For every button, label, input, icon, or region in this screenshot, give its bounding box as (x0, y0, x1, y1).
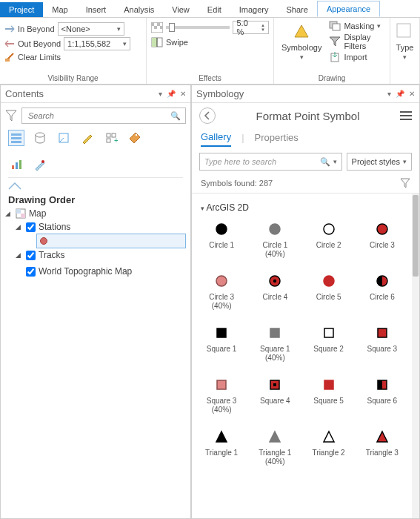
clear-limits-button[interactable]: Clear Limits (18, 53, 61, 62)
symbol-circle-1[interactable]: Circle 1 (196, 216, 247, 263)
symbol-triangle-3[interactable]: Triangle 3 (357, 423, 407, 471)
list-by-chart-icon[interactable] (8, 156, 24, 173)
drawing-group: Drawing (279, 73, 385, 84)
symbol-circle-5[interactable]: Circle 5 (304, 268, 354, 315)
collapse-icon[interactable]: ◢ (5, 210, 13, 217)
subtab-gallery[interactable]: Gallery (201, 128, 231, 147)
project-styles-dropdown[interactable]: Project styles▾ (347, 153, 412, 171)
tree-basemap-label[interactable]: World Topographic Map (39, 266, 132, 277)
symbol-gallery: ArcGIS 2D Circle 1Circle 1(40%)Circle 2C… (192, 194, 412, 518)
display-filters-button[interactable]: Display Filters (329, 33, 385, 50)
svg-point-32 (216, 224, 227, 234)
svg-rect-4 (151, 22, 154, 26)
chevron-down-icon[interactable]: ▾ (333, 158, 337, 165)
symbol-circle-3[interactable]: Circle 3 (357, 216, 407, 263)
list-by-editing-icon[interactable] (79, 130, 96, 146)
list-by-drawing-order-icon[interactable] (8, 130, 24, 146)
gallery-group-heading[interactable]: ArcGIS 2D (196, 199, 407, 216)
pin-icon[interactable]: 📌 (167, 90, 176, 98)
svg-rect-15 (11, 133, 21, 136)
close-icon[interactable]: ✕ (409, 90, 415, 98)
list-by-source-icon[interactable] (32, 130, 48, 146)
svg-rect-14 (397, 24, 410, 37)
contents-pane: Contents ▾ 📌 ✕ 🔍 + (0, 85, 191, 519)
pin-icon[interactable]: 📌 (396, 90, 404, 98)
tab-map[interactable]: Map (43, 2, 76, 17)
filter-icon[interactable] (5, 110, 17, 122)
ribbon-tabs: Project Map Insert Analysis View Edit Im… (0, 0, 420, 18)
svg-rect-30 (16, 209, 21, 214)
close-icon[interactable]: ✕ (180, 90, 186, 98)
type-button[interactable]: Type ▾ (395, 21, 415, 62)
import-button[interactable]: Import (329, 52, 385, 62)
point-symbol-icon (40, 237, 47, 245)
stations-symbol-selected[interactable] (36, 234, 186, 248)
list-by-labeling-icon[interactable] (127, 130, 143, 146)
format-point-symbol-heading: Format Point Symbol (221, 110, 394, 122)
dropdown-icon[interactable]: ▾ (159, 90, 162, 98)
in-beyond-dropdown[interactable]: <None>▾ (58, 22, 124, 36)
contents-search-input[interactable] (27, 110, 170, 121)
symbol-triangle-1[interactable]: Triangle 1 (196, 423, 247, 471)
search-icon[interactable]: 🔍 (320, 157, 330, 167)
svg-rect-9 (152, 38, 157, 47)
stations-visibility-checkbox[interactable] (26, 222, 36, 232)
symbology-button[interactable]: Symbology ▾ (279, 21, 324, 62)
tab-analysis[interactable]: Analysis (115, 2, 163, 17)
tab-imagery[interactable]: Imagery (230, 2, 278, 17)
swipe-button[interactable]: Swipe (166, 38, 188, 47)
tab-insert[interactable]: Insert (77, 2, 116, 17)
dropdown-icon[interactable]: ▾ (387, 90, 391, 98)
symbol-square-5[interactable]: Square 5 (304, 371, 354, 419)
transparency-value[interactable]: 5.0 % ▲▼ (233, 21, 269, 34)
collapse-icon[interactable]: ◢ (16, 251, 23, 259)
symbol-triangle-1-40[interactable]: Triangle 1(40%) (250, 423, 300, 471)
symbol-square-1-40[interactable]: Square 1(40%) (250, 320, 300, 367)
layer-tree: ◢ Map ◢ Stations ◢ Tracks World Topograp… (1, 207, 190, 282)
symbol-circle-6[interactable]: Circle 6 (357, 268, 407, 315)
symbol-square-6[interactable]: Square 6 (357, 371, 407, 419)
out-beyond-dropdown[interactable]: 1:1,155,582▾ (64, 37, 130, 50)
drawing-order-heading: Drawing Order (1, 190, 190, 207)
tree-map-label[interactable]: Map (29, 208, 46, 219)
tab-appearance[interactable]: Appearance (317, 1, 380, 17)
collapse-icon[interactable]: ◢ (16, 223, 23, 231)
symbol-search[interactable]: Type here to search 🔍 ▾ (199, 153, 342, 171)
transparency-slider[interactable] (166, 26, 230, 29)
filter-icon[interactable] (400, 178, 410, 188)
symbol-square-3-40[interactable]: Square 3(40%) (196, 371, 247, 419)
masking-button[interactable]: Masking▾ (329, 21, 385, 31)
contents-search[interactable]: 🔍 (21, 108, 186, 124)
tab-edit[interactable]: Edit (199, 2, 230, 17)
basemap-visibility-checkbox[interactable] (26, 267, 36, 277)
symbol-square-4[interactable]: Square 4 (250, 371, 300, 419)
tab-view[interactable]: View (163, 2, 199, 17)
symbol-triangle-2[interactable]: Triangle 2 (304, 423, 354, 471)
symbol-circle-4[interactable]: Circle 4 (250, 268, 300, 315)
tab-share[interactable]: Share (278, 2, 317, 17)
tree-stations-label[interactable]: Stations (39, 222, 70, 232)
tab-project[interactable]: Project (0, 2, 43, 17)
menu-icon[interactable] (400, 111, 412, 120)
subtab-properties[interactable]: Properties (255, 129, 299, 146)
chevron-down-icon: ▾ (377, 22, 381, 30)
symbology-pane: Symbology ▾ 📌 ✕ Format Point Symbol Gall… (191, 85, 420, 519)
symbol-square-3[interactable]: Square 3 (357, 320, 407, 367)
tracks-visibility-checkbox[interactable] (26, 251, 36, 260)
symbol-circle-3-40[interactable]: Circle 3(40%) (196, 268, 247, 315)
symbol-square-1[interactable]: Square 1 (196, 320, 247, 367)
tree-tracks-label[interactable]: Tracks (39, 250, 65, 260)
scrollbar[interactable] (412, 194, 419, 518)
back-button[interactable] (199, 108, 216, 124)
list-by-pairing-icon[interactable] (32, 156, 48, 173)
symbol-circle-2[interactable]: Circle 2 (304, 216, 354, 263)
in-beyond-label: In Beyond (18, 24, 55, 33)
spinner-icon[interactable]: ▲▼ (261, 23, 265, 32)
list-by-selection-icon[interactable] (56, 130, 72, 146)
symbol-square-2[interactable]: Square 2 (304, 320, 354, 367)
list-by-snapping-icon[interactable]: + (103, 130, 119, 146)
search-icon[interactable]: 🔍 (170, 111, 181, 121)
display-filters-icon (329, 36, 341, 47)
symbol-circle-1-40[interactable]: Circle 1(40%) (250, 216, 300, 263)
svg-rect-5 (154, 26, 157, 29)
